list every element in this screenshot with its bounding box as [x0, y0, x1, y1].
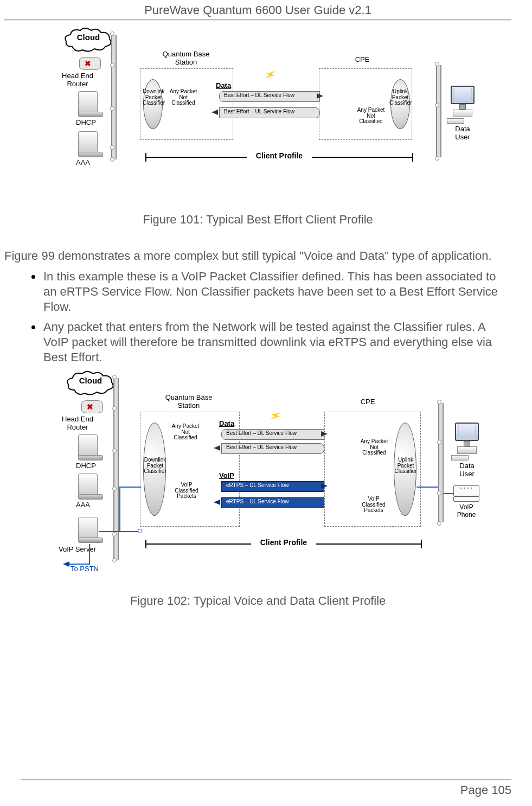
cloud-label: Cloud — [66, 376, 115, 385]
flow-be-dl: Best Effort – DL Service Flow — [219, 91, 320, 102]
lan-bus — [438, 403, 444, 522]
data-heading: Data — [219, 419, 234, 427]
cloud-label: Cloud — [64, 33, 113, 42]
voip-classified-right: VoIP Classified Packets — [356, 496, 392, 514]
cpe-label: CPE — [341, 55, 384, 63]
flow-ertps-ul: eRTPS – UL Service Flow — [221, 497, 324, 508]
bullet-1: In this example these is a VoIP Packet C… — [42, 269, 511, 315]
any-packet-left: Any Packet Not Classified — [167, 89, 200, 106]
wireless-bolt-icon: ⚡ — [263, 68, 277, 82]
client-profile-bracket: Client Profile — [145, 540, 422, 548]
data-user-label: Data User — [453, 462, 480, 478]
uplink-classifier-label: Uplink Packet Classifier — [389, 89, 411, 106]
any-packet-left: Any Packet Not Classified — [169, 424, 202, 441]
figure-102-diagram: Cloud ✖ Head End Router DHCP AAA — [59, 370, 487, 587]
arrow-left-icon — [63, 561, 69, 567]
head-end-router-label: Head End Router — [59, 72, 97, 88]
footer-rule — [21, 779, 511, 780]
network-bus — [111, 35, 117, 159]
client-profile-label: Client Profile — [251, 538, 316, 547]
bullet-2: Any packet that enters from the Network … — [42, 319, 511, 365]
figure-101-diagram: Cloud ✖ Head End Router DHCP AAA — [59, 27, 482, 179]
lan-bus — [436, 65, 441, 157]
flow-be-dl: Best Effort – DL Service Flow — [221, 429, 324, 440]
router-x-icon: ✖ — [87, 402, 93, 411]
arrow-left-icon — [214, 445, 220, 451]
client-profile-label: Client Profile — [247, 151, 312, 160]
voip-heading: VoIP — [219, 471, 234, 479]
head-end-router-label: Head End Router — [59, 415, 97, 431]
aaa-label: AAA — [76, 158, 108, 167]
arrow-right-icon — [321, 483, 328, 489]
router-x-icon: ✖ — [85, 59, 91, 68]
voip-server-icon — [78, 517, 102, 543]
intro-paragraph: Figure 99 demonstrates a more complex bu… — [4, 248, 511, 264]
any-packet-right: Any Packet Not Classified — [355, 107, 387, 125]
cloud-icon: Cloud — [64, 27, 113, 55]
flow-be-ul: Best Effort – UL Service Flow — [219, 107, 320, 118]
arrow-left-icon — [211, 110, 218, 115]
aaa-label: AAA — [76, 501, 108, 509]
data-user-pc-icon: Data User — [449, 86, 476, 141]
uplink-classifier-label: Uplink Packet Classifier — [394, 457, 418, 475]
arrow-left-icon — [214, 500, 220, 505]
cpe-label: CPE — [346, 398, 389, 406]
arrow-right-icon — [321, 431, 328, 437]
dhcp-server-icon: DHCP — [78, 434, 102, 460]
to-pstn-label: To PSTN — [70, 565, 108, 573]
data-user-label: Data User — [449, 125, 476, 141]
dhcp-label: DHCP — [76, 462, 108, 470]
page-number: Page 105 — [460, 783, 511, 797]
voip-server-label: VoIP Server — [59, 545, 102, 553]
voip-classified-left: VoIP Classified Packets — [169, 482, 204, 500]
downlink-classifier-label: Downlink Packet Classifier — [143, 457, 167, 475]
data-user-pc-icon: Data User — [453, 423, 480, 478]
downlink-classifier-label: Downlink Packet Classifier — [143, 89, 164, 106]
figure-102-caption: Figure 102: Typical Voice and Data Clien… — [4, 594, 511, 608]
arrow-right-icon — [317, 93, 323, 99]
page-header: PureWave Quantum 6600 User Guide v2.1 — [4, 0, 511, 20]
cloud-icon: Cloud — [66, 370, 115, 399]
data-heading: Data — [216, 81, 231, 89]
aaa-server-icon: AAA — [78, 131, 102, 157]
dhcp-server-icon: DHCP — [78, 91, 102, 117]
aaa-server-icon: AAA — [78, 474, 102, 500]
header-rule — [4, 20, 511, 21]
voip-phone-icon: ▪ ▪ ▪ ▪ VoIP Phone — [453, 485, 479, 519]
quantum-label: Quantum Base Station — [153, 393, 224, 410]
any-packet-right: Any Packet Not Classified — [358, 439, 390, 456]
client-profile-bracket: Client Profile — [145, 153, 413, 162]
voip-phone-label: VoIP Phone — [453, 503, 479, 519]
flow-ertps-dl: eRTPS – DL Service Flow — [221, 481, 324, 492]
flow-be-ul: Best Effort – UL Service Flow — [221, 443, 324, 454]
wireless-bolt-icon: ⚡ — [268, 409, 283, 423]
dhcp-label: DHCP — [76, 118, 108, 126]
quantum-label: Quantum Base Station — [151, 50, 221, 66]
bullet-list: In this example these is a VoIP Packet C… — [4, 269, 511, 365]
figure-101-caption: Figure 101: Typical Best Effort Client P… — [4, 213, 511, 227]
